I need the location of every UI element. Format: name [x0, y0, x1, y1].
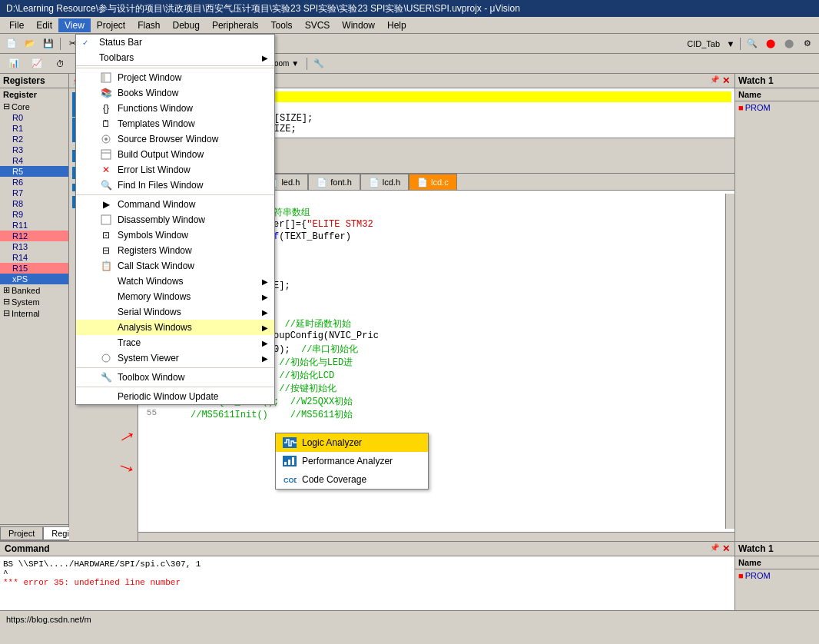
menu-item-books[interactable]: 📚 Books Window — [76, 85, 274, 101]
mw-arrow: ▶ — [262, 293, 268, 301]
menu-item-command[interactable]: ▶ Command Window — [76, 197, 274, 212]
tb2-btn2[interactable]: 📈 — [26, 56, 48, 71]
reg-r9[interactable]: R9 — [0, 209, 68, 220]
menu-item-toolbox[interactable]: 🔧 Toolbox Window — [76, 370, 274, 385]
svg-rect-12 — [292, 457, 294, 465]
menu-item-analysis[interactable]: Analysis Windows ▶ — [76, 320, 274, 335]
menu-item-templates[interactable]: 🗒 Templates Window — [76, 116, 274, 131]
tmpl-icon: 🗒 — [99, 118, 113, 129]
tb2-btn1[interactable]: 📊 — [3, 56, 25, 71]
tab-lcd-h[interactable]: 📄 lcd.h — [360, 174, 409, 190]
reg-r14[interactable]: R14 — [0, 252, 68, 263]
menu-file[interactable]: File — [3, 18, 30, 32]
svg-point-3 — [104, 138, 108, 141]
menu-debug[interactable]: Debug — [167, 18, 206, 32]
cid-tab-dropdown[interactable]: ▼ — [724, 36, 737, 51]
tb2-btn3[interactable]: ⏱ — [49, 56, 71, 71]
menu-item-trace[interactable]: Trace ▶ — [76, 335, 274, 350]
menu-item-source-browser[interactable]: Source Browser Window — [76, 131, 274, 147]
reg-r1[interactable]: R1 — [0, 123, 68, 134]
tab-lcd-c[interactable]: 📄 lcd.c — [409, 174, 457, 190]
open-file-button[interactable]: 📂 — [22, 36, 38, 51]
new-file-button[interactable]: 📄 — [3, 36, 20, 51]
submenu-performance-analyzer[interactable]: Performance Analyzer — [276, 452, 428, 470]
menu-window[interactable]: Window — [336, 18, 381, 32]
menu-item-find-files[interactable]: 🔍 Find In Files Window — [76, 178, 274, 193]
reg-r5[interactable]: R5 — [0, 166, 68, 177]
save-button[interactable]: 💾 — [40, 36, 57, 51]
pin-cmd-icon[interactable]: 📌 — [710, 543, 719, 554]
menu-item-watch[interactable]: Watch Windows ▶ — [76, 274, 274, 289]
menu-tools[interactable]: Tools — [265, 18, 299, 32]
menu-item-serial[interactable]: Serial Windows ▶ — [76, 304, 274, 320]
tab-font-h[interactable]: 📄 font.h — [308, 174, 360, 190]
menu-item-periodic[interactable]: Periodic Window Update — [76, 389, 274, 404]
close-cmd-icon[interactable]: ✕ — [722, 543, 730, 554]
reg-r3[interactable]: R3 — [0, 144, 68, 155]
stop-button[interactable]: ⬤ — [762, 36, 779, 51]
reg-r12[interactable]: R12 — [0, 231, 68, 241]
menu-item-error-list[interactable]: ✕ Error List Window — [76, 162, 274, 178]
watch-col-name: Name — [735, 88, 819, 101]
reg-tree-banked[interactable]: ⊞ Banked — [0, 284, 68, 296]
cs-label: Call Stack Window — [118, 261, 268, 271]
sw-arrow: ▶ — [262, 308, 268, 317]
watch-spacer — [735, 114, 819, 541]
menu-item-statusbar[interactable]: ✓ Status Bar — [76, 35, 274, 50]
menu-item-toolbars[interactable]: Toolbars ▶ — [76, 50, 274, 65]
menu-item-project-window[interactable]: Project Window — [76, 70, 274, 85]
reg-tree-system[interactable]: ⊟ System — [0, 296, 68, 307]
ww-arrow: ▶ — [262, 277, 268, 286]
aw-label: Analysis Windows — [118, 322, 257, 333]
svg-text:CODE: CODE — [284, 476, 297, 484]
books-label: Books Window — [118, 88, 268, 98]
sb-label: Source Browser Window — [118, 134, 268, 144]
reg-r4[interactable]: R4 — [0, 155, 68, 166]
submenu-logic-analyzer[interactable]: Logic Analyzer — [276, 433, 428, 452]
reg-r6[interactable]: R6 — [0, 177, 68, 188]
menu-view[interactable]: View — [58, 18, 91, 32]
menu-item-functions[interactable]: {} Functions Window — [76, 101, 274, 116]
registers-panel: Registers Register ⊟ Core R0 R1 R2 R3 R4… — [0, 74, 69, 541]
reg-xps[interactable]: xPS — [0, 274, 68, 284]
watch-prom-label: PROM — [745, 103, 771, 112]
menu-item-build-output[interactable]: Build Output Window — [76, 147, 274, 162]
pin-dis-icon[interactable]: 📌 — [710, 75, 719, 86]
code-scrollbar-v[interactable] — [725, 194, 734, 529]
menu-item-memory[interactable]: Memory Windows ▶ — [76, 289, 274, 304]
fn-label: Functions Window — [118, 103, 268, 114]
svg-rect-11 — [288, 460, 290, 465]
tab-project[interactable]: Project — [0, 526, 43, 540]
menu-item-disassembly[interactable]: Disassembly Window — [76, 212, 274, 227]
menu-edit[interactable]: Edit — [30, 18, 58, 32]
reg-tree-internal[interactable]: ⊟ Internal — [0, 307, 68, 319]
menu-item-callstack[interactable]: 📋 Call Stack Window — [76, 258, 274, 274]
circle1-button[interactable]: ⬤ — [781, 36, 797, 51]
submenu-code-coverage[interactable]: CODE Code Coverage — [276, 470, 428, 489]
reg-r2[interactable]: R2 — [0, 134, 68, 144]
menu-item-registers[interactable]: ⊟ Registers Window — [76, 243, 274, 258]
analysis-submenu: Logic Analyzer Performance Analyzer CODE… — [275, 433, 429, 490]
tab-lcd-h-icon: 📄 — [369, 178, 380, 188]
tb2-wrench[interactable]: 🔧 — [310, 56, 327, 71]
menu-help[interactable]: Help — [381, 18, 413, 32]
reg-r11[interactable]: R11 — [0, 220, 68, 231]
menu-svcs[interactable]: SVCS — [299, 18, 337, 32]
reg-tree-core[interactable]: ⊟ Core — [0, 101, 68, 112]
reg-r8[interactable]: R8 — [0, 198, 68, 209]
menu-item-symbols[interactable]: ⊡ Symbols Window — [76, 227, 274, 243]
reg-r13[interactable]: R13 — [0, 241, 68, 252]
menu-project[interactable]: Project — [91, 18, 131, 32]
sv-arrow: ▶ — [262, 354, 268, 363]
menu-item-sysviewer[interactable]: System Viewer ▶ — [76, 350, 274, 366]
reg-r7[interactable]: R7 — [0, 188, 68, 198]
search-button[interactable]: 🔍 — [744, 36, 761, 51]
reg-r15[interactable]: R15 — [0, 263, 68, 274]
reg-r0[interactable]: R0 — [0, 112, 68, 123]
menu-peripherals[interactable]: Peripherals — [206, 18, 265, 32]
close-dis-icon[interactable]: ✕ — [722, 75, 730, 86]
svg-rect-6 — [101, 215, 111, 224]
menu-flash[interactable]: Flash — [131, 18, 166, 32]
code-scrollbar-h[interactable] — [138, 532, 734, 541]
settings-button[interactable]: ⚙ — [799, 36, 816, 51]
